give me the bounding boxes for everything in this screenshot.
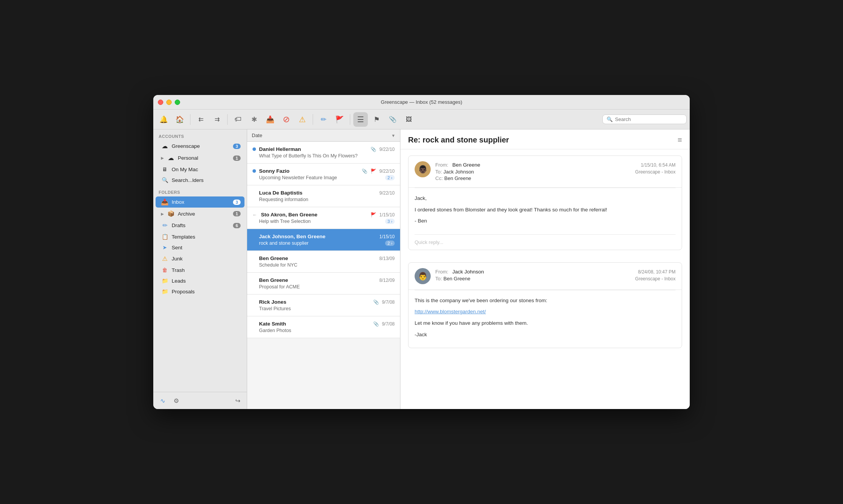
close-button[interactable] xyxy=(158,100,163,105)
email-item[interactable]: Kate Smith 📎 9/7/08 Garden Photos xyxy=(247,316,400,338)
to-label: To: xyxy=(435,169,442,175)
email-subject: Travel Pictures xyxy=(259,306,395,311)
email-item[interactable]: Rick Jones 📎 9/7/08 Travel Pictures xyxy=(247,295,400,316)
forward-icon: ⇉ xyxy=(215,116,220,123)
home-button[interactable]: 🏠 xyxy=(172,112,187,127)
minimize-button[interactable] xyxy=(166,100,172,105)
sidebar-footer: ∿ ⚙ ↪ xyxy=(153,392,247,409)
sidebar-label: Drafts xyxy=(172,223,230,228)
attachment-button[interactable]: 📎 xyxy=(385,112,400,127)
photo-icon: 🖼 xyxy=(406,116,412,123)
email-detail-header: Re: rock and stone supplier ≡ xyxy=(400,129,690,149)
message-from-line: From: Ben Greene 1/15/10, 6:54 AM xyxy=(435,161,676,168)
email-sender: Daniel Hellerman xyxy=(259,146,367,152)
compose-button[interactable]: ✏ xyxy=(316,112,331,127)
delete-button[interactable]: ⊘ xyxy=(279,112,294,127)
email-item[interactable]: Luca De Baptistis 9/22/10 Requesting inf… xyxy=(247,185,400,207)
email-item[interactable]: Sonny Fazio 📎 🚩 9/22/10 Upcoming Newslet… xyxy=(247,164,400,185)
body-signature: -Jack xyxy=(415,331,676,339)
sidebar-item-sent[interactable]: ➤ Sent xyxy=(156,242,244,252)
flag2-button[interactable]: ⚑ xyxy=(369,112,384,127)
sidebar-item-junk[interactable]: ⚠ Junk xyxy=(156,253,244,264)
email-item[interactable]: Daniel Hellerman 📎 9/22/10 What Type of … xyxy=(247,142,400,164)
tag-icon: 🏷 xyxy=(235,115,241,123)
sent-icon: ➤ xyxy=(161,244,169,250)
email-detail-title: Re: rock and stone supplier xyxy=(408,136,509,144)
forward-button[interactable]: ⇉ xyxy=(210,112,224,127)
sidebar-label: Proposals xyxy=(172,289,241,295)
sidebar-item-drafts[interactable]: ✏ Drafts 6 xyxy=(156,220,244,231)
activity-button[interactable]: ∿ xyxy=(157,395,168,406)
signout-button[interactable]: ↪ xyxy=(232,395,243,406)
email-date: 9/7/08 xyxy=(382,321,395,327)
email-item-top: Luca De Baptistis 9/22/10 xyxy=(253,190,395,196)
sidebar-item-greenscape[interactable]: ☁ Greenscape 3 xyxy=(156,141,244,152)
window-title: Greenscape — Inbox (52 messages) xyxy=(381,99,462,105)
message-cc-line: Cc: Ben Greene xyxy=(435,175,676,181)
sidebar-item-search[interactable]: 🔍 Search...lders xyxy=(156,175,244,185)
email-item-selected[interactable]: Jack Johnson, Ben Greene 1/15/10 rock an… xyxy=(247,229,400,251)
junk-button[interactable]: ✱ xyxy=(247,112,261,127)
sidebar-item-trash[interactable]: 🗑 Trash xyxy=(156,265,244,275)
notify-button[interactable]: 🔔 xyxy=(156,112,171,127)
greenscape-badge: 3 xyxy=(233,144,241,149)
email-sender: Ben Greene xyxy=(259,277,376,283)
alert-button[interactable]: ⚠ xyxy=(295,112,310,127)
alert-icon: ⚠ xyxy=(299,115,306,124)
settings-icon: ⚙ xyxy=(174,397,179,404)
flag-button[interactable]: 🚩 xyxy=(332,112,347,127)
email-sender: Rick Jones xyxy=(259,299,370,305)
email-item[interactable]: Ben Greene 8/13/09 Schedule for NYC xyxy=(247,251,400,273)
settings-button[interactable]: ⚙ xyxy=(171,395,182,406)
sidebar-label: Archive xyxy=(178,211,230,217)
thread-badge: 3 › xyxy=(385,219,395,224)
message-card-1: 👨🏿 From: Ben Greene 1/15/10, 6:54 AM To: xyxy=(408,155,682,250)
sidebar-item-archive[interactable]: ▶ 📦 Archive 1 xyxy=(156,208,244,219)
photo-button[interactable]: 🖼 xyxy=(402,112,416,127)
website-link[interactable]: http://www.blomstergarden.net/ xyxy=(415,309,486,314)
sidebar-item-leads[interactable]: 📁 Leads xyxy=(156,276,244,286)
archive-badge: 1 xyxy=(233,211,241,216)
templates-icon: 📋 xyxy=(161,234,169,240)
email-item-top: ← Sto Akron, Ben Greene 🚩 1/15/10 xyxy=(253,212,395,218)
sidebar-item-proposals[interactable]: 📁 Proposals xyxy=(156,286,244,296)
email-item[interactable]: Ben Greene 8/12/09 Proposal for ACME xyxy=(247,273,400,295)
body-line: Let me know if you have any problems wit… xyxy=(415,319,676,327)
flag-icon: 🚩 xyxy=(371,212,376,218)
sidebar-label: Trash xyxy=(172,267,241,273)
body-line: I ordered stones from Blomster and they … xyxy=(415,206,676,214)
list-view-button[interactable]: ☰ xyxy=(353,112,368,127)
from-name: Ben Greene xyxy=(452,162,480,168)
avatar-jack: 👨 xyxy=(415,268,431,284)
email-date: 1/15/10 xyxy=(379,234,395,239)
sidebar-item-onmymac[interactable]: 🖥 On My Mac xyxy=(156,164,244,174)
quick-reply-field[interactable]: Quick reply... xyxy=(408,235,682,250)
email-detail-menu-button[interactable]: ≡ xyxy=(677,136,682,144)
sidebar-label: Greenscape xyxy=(172,143,230,149)
sidebar-item-inbox[interactable]: 📥 Inbox 3 xyxy=(156,196,244,208)
toolbar: 🔔 🏠 ⇇ ⇉ 🏷 ✱ 📥 ⊘ ⚠ ✏ � xyxy=(153,110,690,129)
message-header-2: 👨 From: Jack Johnson 8/24/08, 10:47 PM T… xyxy=(408,263,682,290)
sort-label[interactable]: Date xyxy=(252,133,390,138)
email-sender: Sto Akron, Ben Greene xyxy=(261,212,367,218)
titlebar: Greenscape — Inbox (52 messages) xyxy=(153,95,690,110)
attachment-icon: 📎 xyxy=(362,169,367,174)
tag-button[interactable]: 🏷 xyxy=(231,112,245,127)
junk-folder-icon: ⚠ xyxy=(161,255,169,262)
sidebar-item-personal[interactable]: ▶ ☁ Personal 1 xyxy=(156,152,244,164)
email-item-top: Kate Smith 📎 9/7/08 xyxy=(253,321,395,327)
avatar-emoji: 👨 xyxy=(418,272,428,281)
email-item[interactable]: ← Sto Akron, Ben Greene 🚩 1/15/10 Help w… xyxy=(247,207,400,229)
body-signature: - Ben xyxy=(415,217,676,225)
archive-button[interactable]: 📥 xyxy=(263,112,277,127)
reply-all-button[interactable]: ⇇ xyxy=(194,112,208,127)
body-line: This is the company we've been ordering … xyxy=(415,296,676,305)
drafts-icon: ✏ xyxy=(161,222,169,229)
folders-section-label: Folders xyxy=(153,185,247,196)
fullscreen-button[interactable] xyxy=(175,100,180,105)
sidebar-item-templates[interactable]: 📋 Templates xyxy=(156,232,244,242)
message-to-line: To: Ben Greene Greenscape - Inbox xyxy=(435,276,676,281)
search-input[interactable] xyxy=(615,116,682,122)
email-item-top: Ben Greene 8/13/09 xyxy=(253,255,395,261)
attachment-icon: 📎 xyxy=(371,147,376,152)
